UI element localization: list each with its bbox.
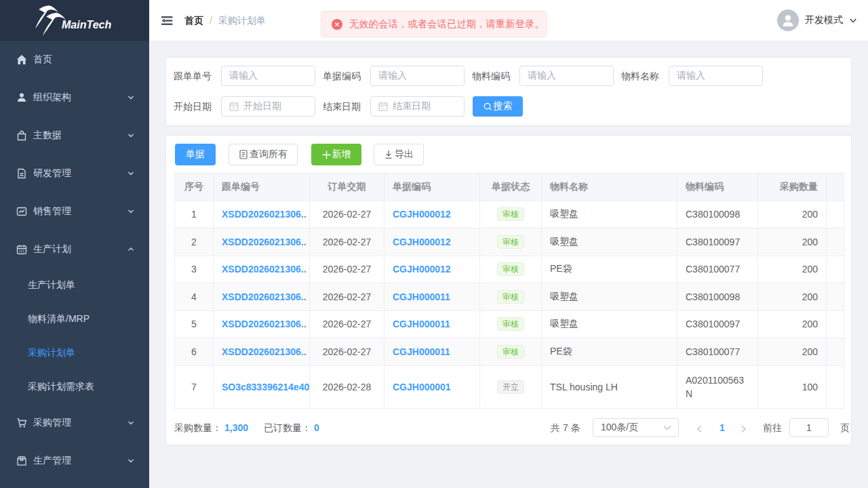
svg-text:MainTech: MainTech — [62, 19, 111, 30]
